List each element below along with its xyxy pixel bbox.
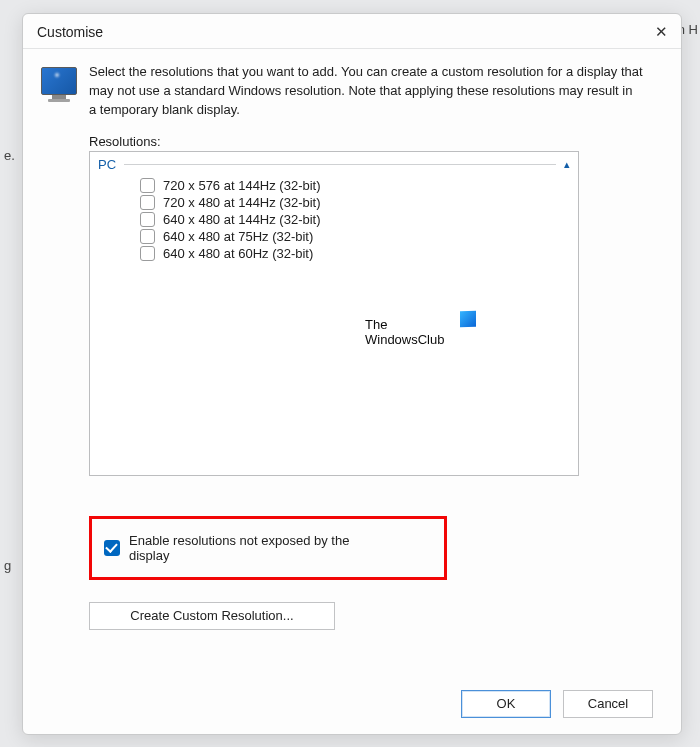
checkbox-icon[interactable]: [140, 212, 155, 227]
checkbox-icon[interactable]: [140, 246, 155, 261]
cancel-button[interactable]: Cancel: [563, 690, 653, 718]
watermark-text: WindowsClub: [365, 332, 444, 348]
group-header-pc[interactable]: PC ▴: [92, 154, 576, 175]
close-icon: ✕: [655, 23, 668, 41]
close-button[interactable]: ✕: [651, 22, 671, 42]
background-text: g: [4, 558, 11, 573]
resolution-label: 640 x 480 at 60Hz (32-bit): [163, 246, 313, 261]
enable-resolutions-row[interactable]: Enable resolutions not exposed by the di…: [89, 516, 447, 580]
resolution-label: 720 x 480 at 144Hz (32-bit): [163, 195, 321, 210]
customise-dialog: Customise ✕ Select the resolutions that …: [22, 13, 682, 735]
enable-checkbox[interactable]: [104, 540, 120, 556]
list-item[interactable]: 640 x 480 at 75Hz (32-bit): [140, 228, 576, 245]
checkbox-icon[interactable]: [140, 178, 155, 193]
dialog-buttons: OK Cancel: [461, 690, 653, 718]
ok-button[interactable]: OK: [461, 690, 551, 718]
list-item[interactable]: 720 x 480 at 144Hz (32-bit): [140, 194, 576, 211]
resolution-label: 720 x 576 at 144Hz (32-bit): [163, 178, 321, 193]
create-custom-resolution-button[interactable]: Create Custom Resolution...: [89, 602, 335, 630]
intro-text: Select the resolutions that you want to …: [89, 63, 643, 120]
list-item[interactable]: 720 x 576 at 144Hz (32-bit): [140, 177, 576, 194]
resolution-items: 720 x 576 at 144Hz (32-bit) 720 x 480 at…: [140, 177, 576, 262]
background-text: e.: [4, 148, 15, 163]
watermark-logo-icon: [460, 310, 476, 327]
list-item[interactable]: 640 x 480 at 144Hz (32-bit): [140, 211, 576, 228]
resolutions-listbox[interactable]: PC ▴ 720 x 576 at 144Hz (32-bit) 720 x 4…: [89, 151, 579, 476]
resolution-label: 640 x 480 at 75Hz (32-bit): [163, 229, 313, 244]
divider: [124, 164, 556, 165]
resolution-label: 640 x 480 at 144Hz (32-bit): [163, 212, 321, 227]
enable-label: Enable resolutions not exposed by the di…: [129, 533, 364, 563]
list-item[interactable]: 640 x 480 at 60Hz (32-bit): [140, 245, 576, 262]
checkbox-icon[interactable]: [140, 229, 155, 244]
dialog-title: Customise: [37, 24, 103, 40]
titlebar: Customise ✕: [23, 14, 681, 49]
intro-row: Select the resolutions that you want to …: [41, 63, 643, 120]
checkbox-icon[interactable]: [140, 195, 155, 210]
watermark-text: The: [365, 317, 444, 333]
chevron-up-icon: ▴: [564, 158, 570, 171]
monitor-icon: [41, 67, 77, 103]
dialog-content: Select the resolutions that you want to …: [23, 49, 681, 734]
resolutions-label: Resolutions:: [89, 134, 643, 149]
watermark: The WindowsClub: [365, 317, 444, 348]
group-name: PC: [98, 157, 116, 172]
